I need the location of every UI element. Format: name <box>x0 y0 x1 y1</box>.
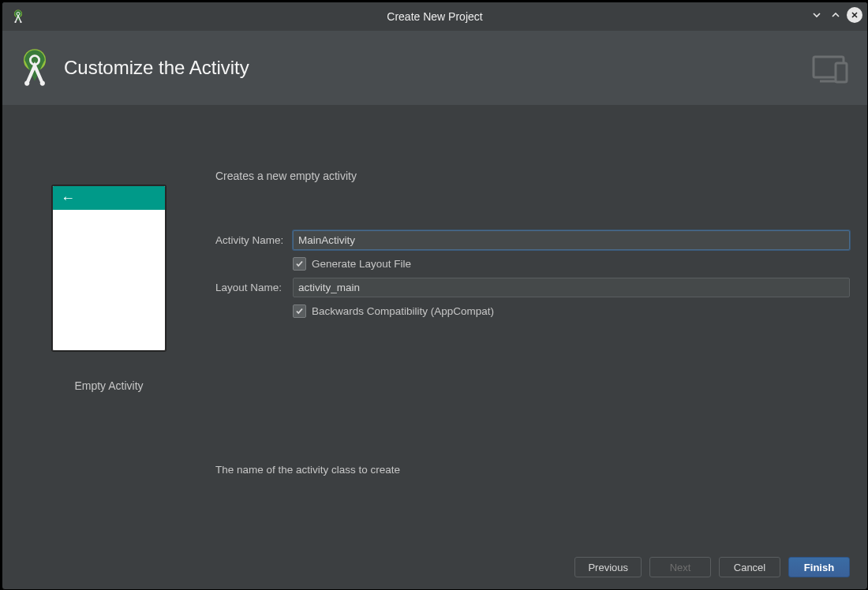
field-hint: The name of the activity class to create <box>215 464 850 476</box>
wizard-footer: Previous Next Cancel Finish <box>2 545 867 589</box>
preview-appbar: ← <box>53 186 165 210</box>
layout-name-input[interactable] <box>293 278 850 297</box>
template-preview-column: ← Empty Activity <box>2 105 215 545</box>
back-arrow-icon: ← <box>61 191 75 205</box>
backwards-compat-checkbox[interactable] <box>293 304 306 318</box>
template-description: Creates a new empty activity <box>215 170 850 182</box>
generate-layout-checkbox[interactable] <box>293 257 306 271</box>
dialog-window: Create New Project Customize <box>2 2 868 590</box>
title-bar: Create New Project <box>2 2 867 31</box>
window-title: Create New Project <box>2 10 867 23</box>
maximize-icon[interactable] <box>828 7 844 23</box>
template-name-label: Empty Activity <box>74 379 143 392</box>
wizard-header: Customize the Activity <box>2 31 867 105</box>
close-icon[interactable] <box>847 7 862 23</box>
svg-point-3 <box>20 21 21 23</box>
activity-name-label: Activity Name: <box>215 234 293 246</box>
android-studio-icon <box>10 9 26 24</box>
generate-layout-label: Generate Layout File <box>312 258 411 270</box>
svg-rect-9 <box>836 63 847 82</box>
template-preview-thumbnail: ← <box>52 185 166 351</box>
backwards-compat-label: Backwards Compatibility (AppCompat) <box>312 305 494 317</box>
page-title: Customize the Activity <box>64 57 249 79</box>
next-button[interactable]: Next <box>649 557 711 577</box>
activity-name-input[interactable] <box>293 230 850 250</box>
svg-point-6 <box>24 81 29 86</box>
svg-point-2 <box>14 21 16 23</box>
finish-button[interactable]: Finish <box>788 557 850 577</box>
cancel-button[interactable]: Cancel <box>719 557 780 577</box>
android-studio-logo-icon <box>10 43 59 92</box>
form-column: Creates a new empty activity Activity Na… <box>215 105 867 545</box>
layout-name-label: Layout Name: <box>215 282 293 293</box>
svg-point-7 <box>40 81 45 86</box>
minimize-icon[interactable] <box>809 7 825 23</box>
wizard-content: ← Empty Activity Creates a new empty act… <box>2 105 867 545</box>
devices-icon <box>812 52 855 84</box>
previous-button[interactable]: Previous <box>574 557 642 577</box>
